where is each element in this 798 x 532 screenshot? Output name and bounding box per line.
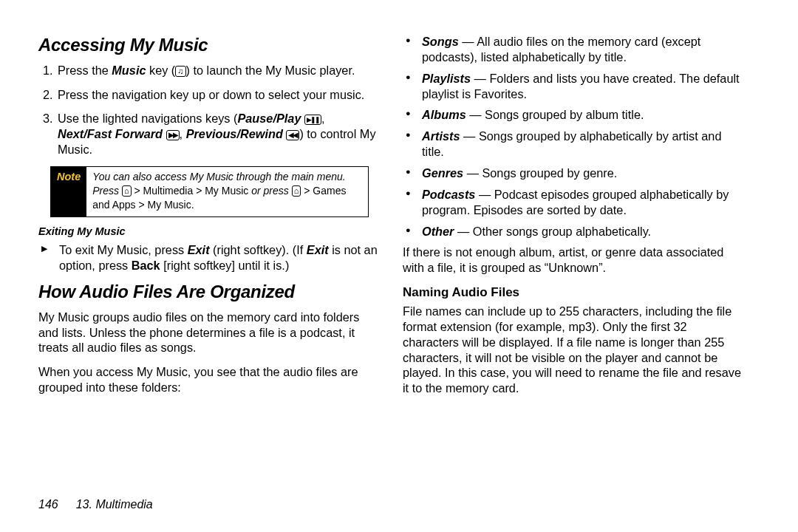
heading-organized: How Audio Files Are Organized xyxy=(38,281,381,304)
step-1: Press the Music key () to launch the My … xyxy=(56,63,381,78)
text: . xyxy=(191,199,194,211)
pause-play-icon xyxy=(304,115,321,125)
desc: — Other songs group alphabetically. xyxy=(454,225,651,238)
heading-exiting: Exiting My Music xyxy=(38,225,381,239)
list-item: Songs — All audio files on the memory ca… xyxy=(419,34,745,65)
org-para-1: My Music groups audio files on the memor… xyxy=(38,310,381,356)
term-playlists: Playlists xyxy=(422,72,471,85)
text: ) to launch the My Music player. xyxy=(186,64,355,77)
exit-key-label: Exit xyxy=(188,243,210,256)
menu-key-icon xyxy=(122,185,132,197)
note-label: Note xyxy=(51,167,86,216)
menu-key-icon xyxy=(292,185,301,197)
right-column: Songs — All audio files on the memory ca… xyxy=(403,34,745,511)
steps-list: Press the Music key () to launch the My … xyxy=(40,63,381,157)
note-body: You can also access My Music through the… xyxy=(86,167,368,216)
fast-forward-icon xyxy=(166,130,180,140)
org-para-2: When you access My Music, you see that t… xyxy=(38,364,381,395)
list-item: Playlists — Folders and lists you have c… xyxy=(419,71,745,102)
text: [right softkey] until it is.) xyxy=(160,259,290,272)
term-albums: Albums xyxy=(422,108,466,121)
rewind-label: Previous/Rewind xyxy=(186,127,283,140)
music-key-icon xyxy=(175,66,185,77)
pause-play-label: Pause/Play xyxy=(237,112,301,125)
text: To exit My Music, press xyxy=(59,243,188,256)
path-1: Multimedia > My Music xyxy=(143,185,249,197)
text: or press xyxy=(248,185,291,197)
step-2: Press the navigation key up or down to s… xyxy=(56,87,381,103)
text: key ( xyxy=(146,64,175,77)
rewind-icon xyxy=(286,130,299,140)
text: , xyxy=(180,127,186,140)
heading-accessing: Accessing My Music xyxy=(38,34,381,57)
chapter-label: 13. Multimedia xyxy=(76,498,153,511)
text: Press the xyxy=(58,64,112,77)
unknown-para: If there is not enough album, artist, or… xyxy=(403,245,745,276)
text: > xyxy=(301,185,313,197)
exit-step: To exit My Music, press Exit (right soft… xyxy=(55,242,381,273)
term-artists: Artists xyxy=(422,129,460,143)
back-key-label: Back xyxy=(132,259,160,272)
exit-key-label-2: Exit xyxy=(307,243,329,256)
term-genres: Genres xyxy=(422,166,463,180)
step-3: Use the lighted navigations keys (Pause/… xyxy=(56,111,381,157)
fast-forward-label: Next/Fast Forward xyxy=(58,127,163,140)
left-column: Accessing My Music Press the Music key (… xyxy=(38,34,381,511)
term-songs: Songs xyxy=(422,35,459,48)
term-podcasts: Podcasts xyxy=(422,188,475,201)
text: (right softkey). (If xyxy=(210,243,307,256)
heading-naming: Naming Audio Files xyxy=(403,284,745,301)
list-item: Genres — Songs grouped by genre. xyxy=(419,166,745,181)
list-item: Podcasts — Podcast episodes grouped alph… xyxy=(419,187,745,218)
exit-list: To exit My Music, press Exit (right soft… xyxy=(38,242,381,273)
term-other: Other xyxy=(422,225,454,238)
desc: — Songs grouped by alphabetically by art… xyxy=(422,129,721,158)
text: > xyxy=(132,185,143,197)
page-number: 146 xyxy=(38,498,58,511)
desc: — Songs grouped by genre. xyxy=(463,166,617,180)
naming-para: File names can include up to 255 charact… xyxy=(403,304,745,396)
manual-page: Accessing My Music Press the Music key (… xyxy=(0,0,798,532)
list-item: Other — Other songs group alphabetically… xyxy=(419,224,745,239)
folder-list: Songs — All audio files on the memory ca… xyxy=(403,34,745,239)
note-box: Note You can also access My Music throug… xyxy=(50,166,369,217)
page-footer: 14613. Multimedia xyxy=(38,498,153,511)
music-key-label: Music xyxy=(112,64,146,77)
list-item: Albums — Songs grouped by album title. xyxy=(419,107,745,123)
desc: — All audio files on the memory card (ex… xyxy=(422,35,700,64)
desc: — Songs grouped by album title. xyxy=(466,108,644,121)
list-item: Artists — Songs grouped by alphabeticall… xyxy=(419,129,745,160)
text: , xyxy=(321,112,325,125)
text: Use the lighted navigations keys ( xyxy=(58,112,237,125)
